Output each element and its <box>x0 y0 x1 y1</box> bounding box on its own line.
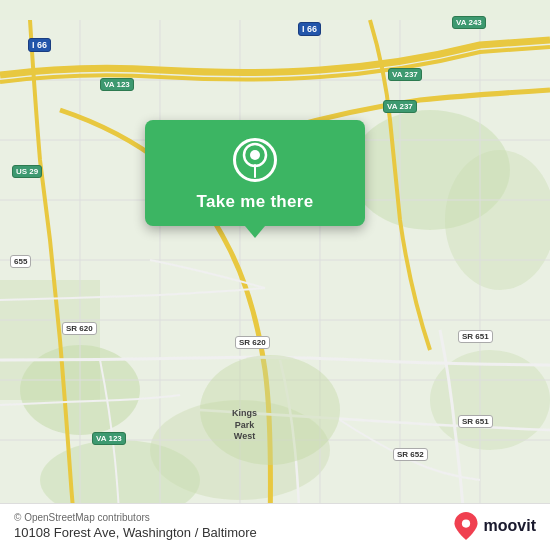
road-badge-sr620-l: SR 620 <box>62 322 97 335</box>
location-pin-icon <box>233 138 277 182</box>
bottom-info: © OpenStreetMap contributors 10108 Fores… <box>14 512 257 540</box>
road-badge-sr655: 655 <box>10 255 31 268</box>
svg-point-24 <box>461 519 469 527</box>
road-badge-va123-ul: VA 123 <box>100 78 134 91</box>
road-badge-va237-mid: VA 237 <box>383 100 417 113</box>
road-badge-sr652: SR 652 <box>393 448 428 461</box>
address-text: 10108 Forest Ave, Washington / Baltimore <box>14 525 257 540</box>
moovit-brand-text: moovit <box>484 517 536 535</box>
moovit-pin-icon <box>452 512 480 540</box>
moovit-logo: moovit <box>452 512 536 540</box>
map-container: I 66 I 66 VA 123 VA 123 VA 237 VA 237 VA… <box>0 0 550 550</box>
svg-point-21 <box>200 355 340 465</box>
road-badge-i66-right: I 66 <box>298 22 321 36</box>
road-badge-va123-bot: VA 123 <box>92 432 126 445</box>
road-badge-sr651-b: SR 651 <box>458 415 493 428</box>
map-svg <box>0 0 550 550</box>
road-badge-va243: VA 243 <box>452 16 486 29</box>
take-me-there-button[interactable]: Take me there <box>197 192 314 212</box>
copyright-text: © OpenStreetMap contributors <box>14 512 257 523</box>
popup-box[interactable]: Take me there <box>145 120 365 226</box>
road-badge-sr651-t: SR 651 <box>458 330 493 343</box>
bottom-bar: © OpenStreetMap contributors 10108 Fores… <box>0 503 550 550</box>
svg-point-23 <box>250 150 260 160</box>
road-badge-us29: US 29 <box>12 165 42 178</box>
place-label-kings-park: KingsParkWest <box>232 408 257 443</box>
road-badge-va237-top: VA 237 <box>388 68 422 81</box>
road-badge-i66-left: I 66 <box>28 38 51 52</box>
road-badge-sr620-m: SR 620 <box>235 336 270 349</box>
svg-point-5 <box>445 150 550 290</box>
